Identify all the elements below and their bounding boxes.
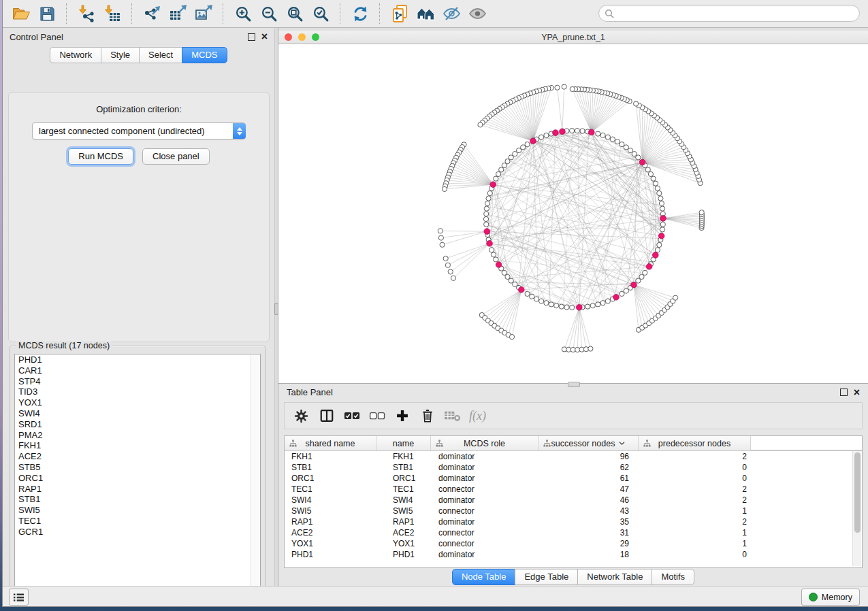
graph-node[interactable] xyxy=(521,145,526,150)
memory-button[interactable]: Memory xyxy=(801,589,860,606)
graph-node[interactable] xyxy=(643,270,647,275)
graph-node[interactable] xyxy=(517,148,521,153)
close-panel-icon[interactable]: × xyxy=(261,33,268,40)
graph-node[interactable] xyxy=(443,256,448,261)
graph-node[interactable] xyxy=(544,301,549,306)
table-cell[interactable]: 29 xyxy=(539,538,639,549)
show-columns-icon[interactable] xyxy=(314,406,339,426)
graph-node-dominator[interactable] xyxy=(646,264,652,270)
column-header-shared-name[interactable]: shared name xyxy=(285,436,376,450)
graph-node[interactable] xyxy=(605,135,610,139)
table-cell[interactable]: SWI5 xyxy=(376,506,431,516)
graph-node[interactable] xyxy=(445,263,450,267)
tab-mcds[interactable]: MCDS xyxy=(182,47,227,63)
graph-node[interactable] xyxy=(509,278,513,283)
zoom-selected-icon[interactable] xyxy=(308,2,334,25)
graph-node[interactable] xyxy=(544,133,549,137)
column-header-predecessor-nodes[interactable]: predecessor nodes xyxy=(639,436,751,450)
table-cell[interactable]: 2 xyxy=(639,516,751,527)
table-cell[interactable]: 1 xyxy=(639,527,751,538)
table-cell[interactable]: STB1 xyxy=(285,462,376,473)
graph-node[interactable] xyxy=(485,201,490,205)
graph-node[interactable] xyxy=(655,248,660,252)
table-row[interactable]: SWI5SWI5connector431 xyxy=(285,506,862,516)
graph-node[interactable] xyxy=(487,191,492,195)
graph-node[interactable] xyxy=(499,167,504,172)
graph-node-dominator[interactable] xyxy=(631,282,637,288)
table-cell[interactable]: RAP1 xyxy=(376,516,431,527)
graph-node[interactable] xyxy=(442,186,447,191)
table-cell[interactable]: PHD1 xyxy=(285,549,376,560)
graph-node[interactable] xyxy=(588,346,593,351)
graph-node[interactable] xyxy=(610,137,615,142)
table-cell[interactable]: connector xyxy=(431,484,539,495)
graph-node[interactable] xyxy=(505,159,510,164)
search-input[interactable] xyxy=(617,8,854,19)
table-cell[interactable]: 18 xyxy=(539,549,639,560)
graph-node[interactable] xyxy=(628,148,632,153)
table-cell[interactable]: 62 xyxy=(539,462,639,473)
graph-node[interactable] xyxy=(484,212,489,216)
tab-select[interactable]: Select xyxy=(139,47,182,63)
network-canvas[interactable] xyxy=(278,44,868,383)
graph-node-dominator[interactable] xyxy=(519,287,525,293)
graph-node[interactable] xyxy=(534,297,539,301)
graph-node[interactable] xyxy=(509,155,513,160)
tab-style[interactable]: Style xyxy=(101,47,140,63)
column-header-name[interactable]: name xyxy=(376,436,431,450)
table-cell[interactable]: 2 xyxy=(639,495,751,506)
graph-node[interactable] xyxy=(624,145,628,150)
graph-node[interactable] xyxy=(525,142,530,147)
table-cell[interactable]: SWI5 xyxy=(285,506,376,516)
graph-node[interactable] xyxy=(639,274,644,279)
tab-motifs[interactable]: Motifs xyxy=(652,569,694,585)
column-header-MCDS-role[interactable]: MCDS role xyxy=(431,436,539,450)
table-cell[interactable]: ACE2 xyxy=(376,527,431,538)
export-network-icon[interactable] xyxy=(139,2,165,25)
graph-node[interactable] xyxy=(438,235,443,240)
settings-gear-icon[interactable] xyxy=(289,406,314,426)
graph-node-dominator[interactable] xyxy=(658,233,664,240)
graph-node[interactable] xyxy=(494,257,498,262)
graph-node[interactable] xyxy=(505,274,510,279)
table-cell[interactable]: RAP1 xyxy=(285,516,376,527)
table-cell[interactable]: SWI4 xyxy=(376,495,431,506)
graph-node[interactable] xyxy=(509,335,514,340)
graph-node[interactable] xyxy=(539,135,544,139)
table-cell[interactable]: ACE2 xyxy=(285,527,376,538)
table-cell[interactable]: 96 xyxy=(539,451,639,462)
mcds-result-item[interactable]: RAP1 xyxy=(15,484,260,495)
mcds-result-item[interactable]: SWI5 xyxy=(15,505,260,516)
close-table-panel-icon[interactable]: × xyxy=(854,389,860,396)
run-mcds-button[interactable]: Run MCDS xyxy=(68,148,133,165)
table-cell[interactable]: FKH1 xyxy=(376,451,431,462)
table-cell[interactable]: PHD1 xyxy=(376,549,431,560)
graph-node[interactable] xyxy=(555,85,560,90)
graph-node-dominator[interactable] xyxy=(660,216,666,222)
mcds-result-item[interactable]: PMA2 xyxy=(15,430,260,441)
graph-node[interactable] xyxy=(673,295,678,300)
table-cell[interactable]: 2 xyxy=(639,451,751,462)
table-row[interactable]: TEC1TEC1connector472 xyxy=(285,484,862,495)
graph-node[interactable] xyxy=(648,171,653,176)
table-cell[interactable]: connector xyxy=(431,506,539,516)
tab-network-table[interactable]: Network Table xyxy=(577,569,652,585)
close-panel-button[interactable]: Close panel xyxy=(142,148,210,165)
graph-node[interactable] xyxy=(502,270,507,275)
graph-node[interactable] xyxy=(575,129,579,133)
tab-network[interactable]: Network xyxy=(50,47,101,63)
mcds-result-item[interactable]: CAR1 xyxy=(15,365,260,376)
table-cell[interactable]: TEC1 xyxy=(285,484,376,495)
table-cell[interactable]: STB1 xyxy=(376,462,431,473)
copy-network-icon[interactable] xyxy=(387,2,413,25)
import-network-icon[interactable] xyxy=(74,2,99,25)
graph-node-dominator[interactable] xyxy=(530,138,536,144)
graph-node[interactable] xyxy=(655,186,660,191)
mcds-result-item[interactable]: SRD1 xyxy=(15,419,260,430)
table-cell[interactable]: ORC1 xyxy=(376,473,431,484)
import-table-icon[interactable] xyxy=(99,2,125,25)
table-cell[interactable]: 47 xyxy=(539,484,639,495)
graph-node-dominator[interactable] xyxy=(613,295,620,301)
table-cell[interactable]: 43 xyxy=(539,506,639,516)
graph-node-dominator[interactable] xyxy=(577,305,583,311)
